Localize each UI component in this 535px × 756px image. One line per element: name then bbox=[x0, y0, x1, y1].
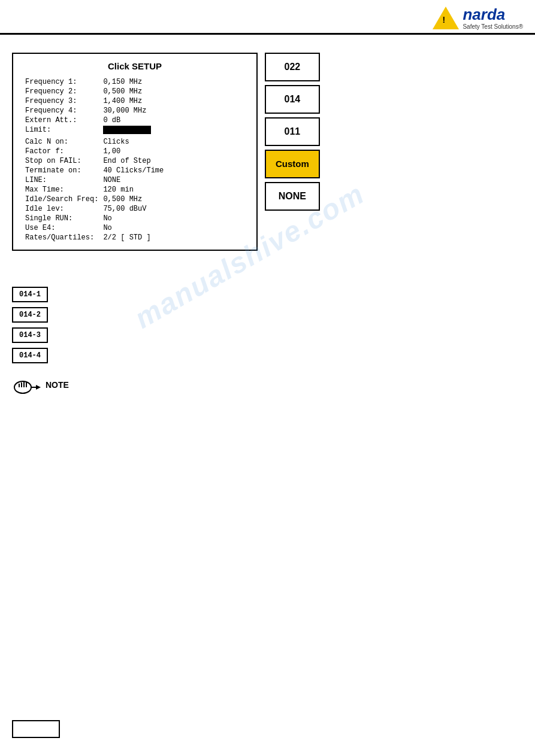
setup-field-label: Single RUN: bbox=[23, 214, 101, 223]
setup-table: Frequency 1:0,150 MHzFrequency 2:0,500 M… bbox=[23, 77, 247, 242]
logo-brand: narda bbox=[463, 6, 523, 23]
setup-section: Click SETUP Frequency 1:0,150 MHzFrequen… bbox=[12, 53, 523, 251]
setup-field-label: Stop on FAIL: bbox=[23, 156, 101, 166]
setup-field-value: 75,00 dBuV bbox=[101, 204, 247, 214]
setup-field-value: NONE bbox=[101, 175, 247, 185]
setup-table-row: Single RUN:No bbox=[23, 214, 247, 223]
setup-field-label: Limit: bbox=[23, 125, 101, 137]
setup-field-value: 40 Clicks/Time bbox=[101, 166, 247, 175]
btn-014-4[interactable]: 014-4 bbox=[12, 348, 48, 363]
btn-011[interactable]: 011 bbox=[265, 117, 320, 146]
setup-field-label: Frequency 3: bbox=[23, 96, 101, 106]
setup-table-row: Limit: bbox=[23, 125, 247, 137]
setup-table-row: LINE:NONE bbox=[23, 175, 247, 185]
setup-field-label: Idle/Search Freq: bbox=[23, 195, 101, 204]
logo-triangle-icon bbox=[433, 7, 459, 29]
setup-table-row: Idle/Search Freq:0,500 MHz bbox=[23, 195, 247, 204]
btn-014-1[interactable]: 014-1 bbox=[12, 287, 48, 302]
setup-field-value: 1,400 MHz bbox=[101, 96, 247, 106]
setup-field-label: Frequency 1: bbox=[23, 77, 101, 87]
setup-table-row: Frequency 4:30,000 MHz bbox=[23, 106, 247, 116]
setup-table-row: Extern Att.:0 dB bbox=[23, 116, 247, 125]
btn-014-3[interactable]: 014-3 bbox=[12, 327, 48, 343]
setup-field-label: Extern Att.: bbox=[23, 116, 101, 125]
setup-field-label: Calc N on: bbox=[23, 137, 101, 147]
setup-field-value: End of Step bbox=[101, 156, 247, 166]
setup-table-row: Max Time:120 min bbox=[23, 185, 247, 195]
svg-marker-2 bbox=[36, 385, 41, 390]
setup-field-value: Clicks bbox=[101, 137, 247, 147]
setup-field-value: 0,500 MHz bbox=[101, 195, 247, 204]
setup-field-value: 0 dB bbox=[101, 116, 247, 125]
setup-table-row: Calc N on:Clicks bbox=[23, 137, 247, 147]
setup-field-value bbox=[101, 125, 247, 137]
page-header: narda Safety Test Solutions® bbox=[0, 0, 535, 35]
btn-custom[interactable]: Custom bbox=[265, 150, 320, 178]
main-content: Click SETUP Frequency 1:0,150 MHzFrequen… bbox=[0, 35, 535, 408]
note-section: 014-1 014-2 014-3 014-4 NOTE bbox=[12, 287, 523, 396]
logo-area: narda Safety Test Solutions® bbox=[433, 6, 523, 30]
setup-field-label: Terminate on: bbox=[23, 166, 101, 175]
btn-014[interactable]: 014 bbox=[265, 85, 320, 114]
setup-table-row: Terminate on:40 Clicks/Time bbox=[23, 166, 247, 175]
btn-none[interactable]: NONE bbox=[265, 182, 320, 211]
side-buttons: 022 014 011 Custom NONE bbox=[265, 53, 320, 251]
limit-black-bar bbox=[103, 126, 151, 134]
logo-subtitle: Safety Test Solutions® bbox=[463, 23, 523, 30]
setup-field-label: Frequency 4: bbox=[23, 106, 101, 116]
setup-field-label: Factor f: bbox=[23, 147, 101, 156]
setup-field-label: LINE: bbox=[23, 175, 101, 185]
setup-table-row: Frequency 3:1,400 MHz bbox=[23, 96, 247, 106]
setup-field-value: 0,150 MHz bbox=[101, 77, 247, 87]
setup-field-value: 2/2 [ STD ] bbox=[101, 233, 247, 242]
setup-field-label: Rates/Quartiles: bbox=[23, 233, 101, 242]
setup-table-row: Frequency 2:0,500 MHz bbox=[23, 87, 247, 96]
setup-table-row: Stop on FAIL:End of Step bbox=[23, 156, 247, 166]
note-row: NOTE bbox=[12, 374, 523, 396]
setup-field-value: 120 min bbox=[101, 185, 247, 195]
setup-title: Click SETUP bbox=[23, 61, 247, 71]
setup-table-row: Use E4:No bbox=[23, 223, 247, 233]
setup-field-label: Idle lev: bbox=[23, 204, 101, 214]
hand-pointing-icon bbox=[12, 374, 41, 396]
setup-field-label: Frequency 2: bbox=[23, 87, 101, 96]
bottom-box bbox=[12, 720, 60, 738]
setup-field-value: No bbox=[101, 214, 247, 223]
svg-point-0 bbox=[14, 381, 31, 393]
setup-table-row: Rates/Quartiles:2/2 [ STD ] bbox=[23, 233, 247, 242]
setup-field-label: Use E4: bbox=[23, 223, 101, 233]
setup-field-label: Max Time: bbox=[23, 185, 101, 195]
note-label: NOTE bbox=[46, 380, 69, 390]
setup-table-row: Factor f:1,00 bbox=[23, 147, 247, 156]
setup-field-value: No bbox=[101, 223, 247, 233]
setup-field-value: 1,00 bbox=[101, 147, 247, 156]
setup-table-row: Frequency 1:0,150 MHz bbox=[23, 77, 247, 87]
setup-field-value: 30,000 MHz bbox=[101, 106, 247, 116]
setup-table-row: Idle lev:75,00 dBuV bbox=[23, 204, 247, 214]
setup-panel: Click SETUP Frequency 1:0,150 MHzFrequen… bbox=[12, 53, 258, 251]
btn-022[interactable]: 022 bbox=[265, 53, 320, 81]
logo-text: narda Safety Test Solutions® bbox=[463, 6, 523, 30]
btn-014-2[interactable]: 014-2 bbox=[12, 307, 48, 323]
setup-field-value: 0,500 MHz bbox=[101, 87, 247, 96]
